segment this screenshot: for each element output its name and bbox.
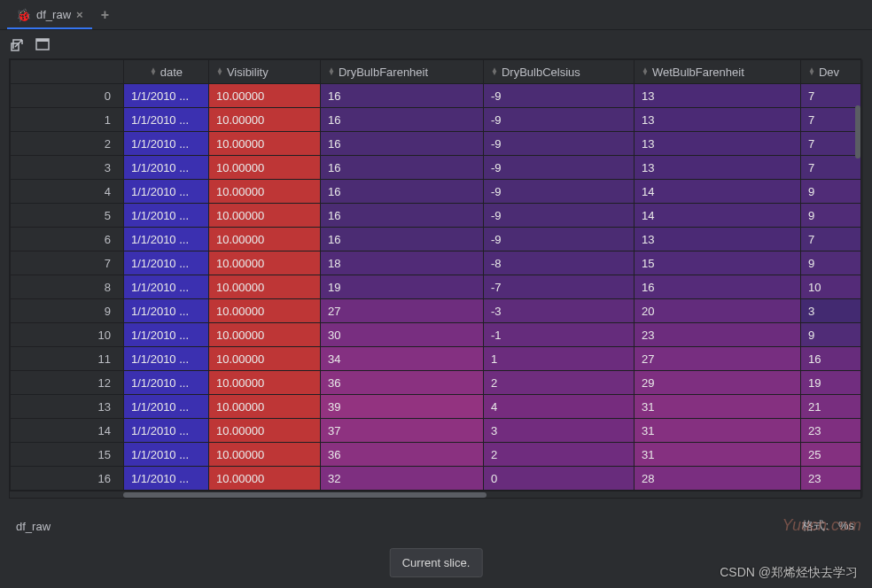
cell-wetbulbf[interactable]: 31 <box>635 443 801 467</box>
panel-icon[interactable] <box>35 37 50 51</box>
cell-drybulbc[interactable]: -9 <box>484 228 635 251</box>
table-row[interactable]: 31/1/2010 ...10.0000016-9137 <box>11 156 862 180</box>
vertical-scrollbar[interactable] <box>855 105 860 486</box>
cell-wetbulbf[interactable]: 28 <box>635 467 801 491</box>
cell-dev[interactable]: 9 <box>801 323 862 347</box>
table-row[interactable]: 11/1/2010 ...10.0000016-9137 <box>11 108 862 132</box>
cell-date[interactable]: 1/1/2010 ... <box>124 228 209 251</box>
cell-visibility[interactable]: 10.00000 <box>209 180 321 204</box>
cell-drybulbc[interactable]: -7 <box>484 275 635 299</box>
cell-drybulbf[interactable]: 16 <box>321 180 484 204</box>
cell-wetbulbf[interactable]: 13 <box>635 156 801 180</box>
cell-visibility[interactable]: 10.00000 <box>209 156 321 180</box>
cell-visibility[interactable]: 10.00000 <box>209 132 321 156</box>
cell-drybulbc[interactable]: -3 <box>484 299 635 323</box>
cell-drybulbf[interactable]: 27 <box>321 299 484 323</box>
cell-dev[interactable]: 9 <box>801 204 862 228</box>
col-visibility-header[interactable]: ▲▼Visibility <box>209 60 321 84</box>
cell-visibility[interactable]: 10.00000 <box>209 419 321 443</box>
table-row[interactable]: 151/1/2010 ...10.000003623125 <box>11 443 862 467</box>
col-wetbulbf-header[interactable]: ▲▼WetBulbFarenheit <box>635 60 801 84</box>
scroll-thumb[interactable] <box>123 492 487 498</box>
cell-visibility[interactable]: 10.00000 <box>209 228 321 251</box>
cell-date[interactable]: 1/1/2010 ... <box>124 84 209 108</box>
cell-dev[interactable]: 16 <box>801 347 862 371</box>
cell-wetbulbf[interactable]: 13 <box>635 132 801 156</box>
table-row[interactable]: 141/1/2010 ...10.000003733123 <box>11 419 862 443</box>
cell-drybulbf[interactable]: 16 <box>321 132 484 156</box>
cell-date[interactable]: 1/1/2010 ... <box>124 180 209 204</box>
cell-wetbulbf[interactable]: 13 <box>635 228 801 251</box>
cell-drybulbc[interactable]: -1 <box>484 323 635 347</box>
index-header[interactable] <box>11 60 124 84</box>
cell-date[interactable]: 1/1/2010 ... <box>124 251 209 275</box>
popup-icon[interactable] <box>11 37 25 51</box>
cell-drybulbf[interactable]: 18 <box>321 251 484 275</box>
table-row[interactable]: 81/1/2010 ...10.0000019-71610 <box>11 275 862 299</box>
table-row[interactable]: 111/1/2010 ...10.000003412716 <box>11 347 862 371</box>
table-row[interactable]: 01/1/2010 ...10.0000016-9137 <box>11 84 862 108</box>
cell-date[interactable]: 1/1/2010 ... <box>124 467 209 491</box>
cell-drybulbc[interactable]: -8 <box>484 251 635 275</box>
cell-dev[interactable]: 7 <box>801 108 862 132</box>
cell-wetbulbf[interactable]: 16 <box>635 275 801 299</box>
cell-drybulbf[interactable]: 16 <box>321 84 484 108</box>
col-date-header[interactable]: ▲▼date <box>124 60 209 84</box>
cell-wetbulbf[interactable]: 31 <box>635 395 801 419</box>
cell-wetbulbf[interactable]: 13 <box>635 108 801 132</box>
cell-drybulbc[interactable]: -9 <box>484 132 635 156</box>
cell-visibility[interactable]: 10.00000 <box>209 84 321 108</box>
cell-drybulbc[interactable]: -9 <box>484 204 635 228</box>
scroll-thumb[interactable] <box>855 105 860 159</box>
cell-wetbulbf[interactable]: 14 <box>635 204 801 228</box>
cell-drybulbc[interactable]: 2 <box>484 371 635 395</box>
cell-dev[interactable]: 9 <box>801 180 862 204</box>
cell-drybulbc[interactable]: 1 <box>484 347 635 371</box>
cell-dev[interactable]: 3 <box>801 299 862 323</box>
cell-drybulbc[interactable]: -9 <box>484 156 635 180</box>
cell-date[interactable]: 1/1/2010 ... <box>124 156 209 180</box>
cell-visibility[interactable]: 10.00000 <box>209 371 321 395</box>
cell-drybulbf[interactable]: 30 <box>321 323 484 347</box>
cell-dev[interactable]: 21 <box>801 395 862 419</box>
col-drybulbc-header[interactable]: ▲▼DryBulbCelsius <box>484 60 635 84</box>
cell-dev[interactable]: 19 <box>801 371 862 395</box>
cell-date[interactable]: 1/1/2010 ... <box>124 419 209 443</box>
close-icon[interactable]: × <box>76 8 83 21</box>
cell-dev[interactable]: 7 <box>801 156 862 180</box>
cell-drybulbf[interactable]: 16 <box>321 156 484 180</box>
cell-visibility[interactable]: 10.00000 <box>209 443 321 467</box>
cell-date[interactable]: 1/1/2010 ... <box>124 275 209 299</box>
cell-dev[interactable]: 25 <box>801 443 862 467</box>
cell-drybulbf[interactable]: 16 <box>321 204 484 228</box>
cell-date[interactable]: 1/1/2010 ... <box>124 299 209 323</box>
cell-visibility[interactable]: 10.00000 <box>209 204 321 228</box>
cell-visibility[interactable]: 10.00000 <box>209 347 321 371</box>
cell-wetbulbf[interactable]: 14 <box>635 180 801 204</box>
cell-drybulbf[interactable]: 39 <box>321 395 484 419</box>
cell-drybulbf[interactable]: 16 <box>321 108 484 132</box>
cell-visibility[interactable]: 10.00000 <box>209 323 321 347</box>
horizontal-scrollbar[interactable] <box>10 491 860 498</box>
cell-wetbulbf[interactable]: 31 <box>635 419 801 443</box>
cell-date[interactable]: 1/1/2010 ... <box>124 371 209 395</box>
cell-dev[interactable]: 9 <box>801 251 862 275</box>
cell-drybulbf[interactable]: 37 <box>321 419 484 443</box>
table-row[interactable]: 61/1/2010 ...10.0000016-9137 <box>11 228 862 251</box>
table-row[interactable]: 71/1/2010 ...10.0000018-8159 <box>11 251 862 275</box>
table-row[interactable]: 51/1/2010 ...10.0000016-9149 <box>11 204 862 228</box>
cell-dev[interactable]: 23 <box>801 419 862 443</box>
cell-drybulbc[interactable]: -9 <box>484 180 635 204</box>
cell-visibility[interactable]: 10.00000 <box>209 108 321 132</box>
cell-visibility[interactable]: 10.00000 <box>209 275 321 299</box>
cell-drybulbf[interactable]: 16 <box>321 228 484 251</box>
table-row[interactable]: 161/1/2010 ...10.000003202823 <box>11 467 862 491</box>
cell-drybulbc[interactable]: -9 <box>484 108 635 132</box>
table-row[interactable]: 101/1/2010 ...10.0000030-1239 <box>11 323 862 347</box>
table-row[interactable]: 41/1/2010 ...10.0000016-9149 <box>11 180 862 204</box>
cell-drybulbf[interactable]: 32 <box>321 467 484 491</box>
cell-drybulbc[interactable]: 4 <box>484 395 635 419</box>
cell-wetbulbf[interactable]: 13 <box>635 84 801 108</box>
cell-date[interactable]: 1/1/2010 ... <box>124 443 209 467</box>
table-row[interactable]: 91/1/2010 ...10.0000027-3203 <box>11 299 862 323</box>
